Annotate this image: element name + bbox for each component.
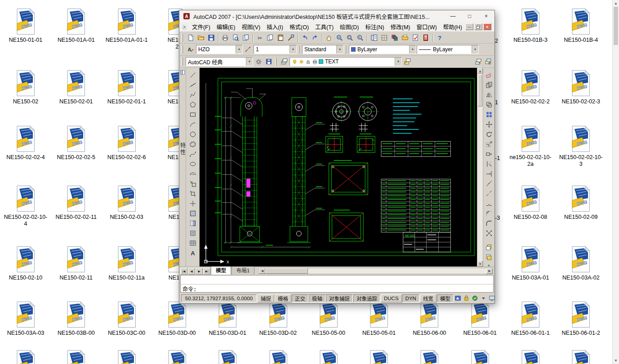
tool-palettes-button[interactable] (390, 33, 400, 43)
tab-first-button[interactable]: |◀ (180, 268, 187, 275)
region-button[interactable] (187, 228, 198, 238)
plot-button[interactable] (220, 33, 230, 43)
scroll-up-icon[interactable]: ▲ (613, 0, 619, 7)
dwg-file-icon[interactable]: DWG (255, 350, 302, 364)
command-line-window[interactable]: 命令: (180, 275, 494, 293)
dwg-file-icon[interactable]: DWGNE150-02 (2, 70, 49, 105)
menu-insert[interactable]: 插入(I) (263, 22, 286, 32)
menu-modify[interactable]: 修改(M) (387, 22, 414, 32)
dwg-file-icon[interactable]: DWGNE150-06-01-1 (507, 301, 554, 337)
fillet-button[interactable] (484, 218, 494, 228)
toolbar-grip[interactable] (182, 45, 183, 53)
scroll-down-icon[interactable]: ▼ (477, 261, 483, 266)
command-prompt[interactable]: 命令: (181, 284, 493, 292)
circle-button[interactable] (187, 129, 198, 139)
dwg-file-icon[interactable]: DWGNE150-06-00 (406, 301, 453, 337)
desktop-scroll-thumb[interactable] (614, 7, 618, 45)
copy-button[interactable] (265, 33, 275, 43)
mdi-restore-button[interactable] (474, 23, 482, 30)
scroll-down-icon[interactable]: ▼ (613, 357, 619, 364)
desktop-scrollbar[interactable]: ▲ ▼ (612, 0, 619, 364)
dwg-file-icon[interactable]: DWGNE150-03B-00 (53, 301, 99, 337)
status-otrack-button[interactable]: 对象追踪 (353, 294, 380, 302)
make-object-layer-current-button[interactable] (473, 57, 483, 67)
save-button[interactable] (206, 33, 216, 43)
linetype-combo[interactable]: ByLayer ▼ (417, 45, 479, 54)
layer-states-button[interactable] (483, 57, 493, 67)
plot-preview-button[interactable] (231, 33, 240, 43)
chamfer-button[interactable] (484, 209, 494, 218)
dwg-file-icon[interactable]: DWGNE150-02-02-6 (103, 125, 150, 161)
qnew-button[interactable] (186, 33, 196, 43)
save-workspace-button[interactable] (264, 57, 274, 67)
chevron-down-icon[interactable]: ▼ (472, 45, 478, 53)
menu-edit[interactable]: 编辑(E) (214, 22, 239, 32)
dwg-file-icon[interactable]: DWG (2, 350, 49, 364)
multiline-text-button[interactable]: A (187, 248, 198, 258)
dwg-file-icon[interactable]: DWGNE150-05-00 (305, 301, 352, 337)
status-model-button[interactable]: 模型 (437, 294, 454, 302)
toolbar-grip[interactable] (182, 34, 183, 42)
arc-button[interactable] (187, 120, 198, 129)
ellipse-button[interactable] (187, 159, 198, 169)
horizontal-scroll-thumb[interactable] (265, 268, 308, 274)
dwg-file-icon[interactable]: DWGNE150-02-03 (103, 185, 150, 221)
canvas-horizontal-scrollbar[interactable]: ◀ ▶ (258, 268, 493, 274)
coordinate-display[interactable]: 50.3212, 17927.8155, 0.0000 (181, 294, 257, 302)
layer-properties-button[interactable] (279, 57, 289, 67)
stretch-button[interactable] (484, 149, 494, 159)
dwg-file-icon[interactable]: DWG (154, 350, 200, 364)
dwg-file-icon[interactable]: DWGNE150-01B-4 (557, 8, 604, 44)
sheetset-manager-button[interactable] (400, 33, 410, 43)
dwg-file-icon[interactable]: DWG (204, 350, 251, 364)
match-properties-button[interactable] (286, 33, 296, 43)
status-osnap-button[interactable]: 对象捕捉 (326, 294, 353, 302)
copy-object-button[interactable] (484, 80, 494, 90)
menu-help[interactable]: 帮助(H) (440, 22, 465, 32)
color-combo[interactable]: ByLayer ▼ (349, 45, 416, 54)
dwg-file-icon[interactable]: DWG (557, 350, 604, 364)
properties-button[interactable] (369, 33, 379, 43)
break-button[interactable] (484, 189, 494, 199)
menu-file[interactable]: 文件(F) (189, 22, 214, 32)
canvas-vertical-scrollbar[interactable]: ▲ ▼ (477, 68, 483, 266)
drawing-canvas[interactable]: X NE150 (200, 68, 477, 266)
dwg-file-icon[interactable]: DWGNE150-02-11a (103, 246, 150, 281)
revision-cloud-button[interactable] (187, 139, 198, 149)
rotate-button[interactable] (484, 129, 494, 139)
tray-arrow-icon[interactable] (480, 295, 487, 302)
join-button[interactable] (484, 199, 494, 209)
spline-button[interactable] (187, 149, 198, 159)
mirror-button[interactable] (484, 90, 494, 100)
workspace-combo[interactable]: AutoCAD 经典 ▼ (186, 57, 253, 66)
status-ortho-button[interactable]: 正交 (292, 294, 308, 302)
gradient-button[interactable] (187, 218, 198, 228)
table-style-combo[interactable]: Standard ▼ (302, 45, 343, 54)
ellipse-arc-button[interactable] (187, 169, 198, 179)
vertical-scroll-thumb[interactable] (478, 74, 482, 107)
window-titlebar[interactable]: A AutoCAD 2007 - [C:\Users\Administrator… (179, 10, 494, 22)
scroll-up-icon[interactable]: ▲ (477, 68, 483, 74)
dwg-file-icon[interactable]: DWGNE150-02-01-1 (103, 70, 150, 105)
dwg-file-icon[interactable]: DWGNE150-03C-00 (103, 301, 150, 337)
zoom-window-button[interactable] (345, 33, 355, 43)
dwg-file-icon[interactable]: DWGNE150-05-01 (356, 301, 402, 337)
dwg-file-icon[interactable]: DWGNE150-06-01 (457, 301, 503, 337)
command-history[interactable] (181, 275, 493, 284)
annotation-scale-icon[interactable] (454, 295, 462, 302)
scroll-right-icon[interactable]: ▶ (486, 268, 493, 274)
publish-button[interactable] (241, 33, 251, 43)
construction-line-button[interactable] (187, 80, 198, 90)
status-ducs-button[interactable]: DUCS (381, 294, 402, 302)
dwg-file-icon[interactable]: DWGNE150-02-09 (557, 185, 604, 221)
dwg-file-icon[interactable]: DWGNE150-03D-02 (255, 301, 302, 337)
polyline-button[interactable] (187, 90, 198, 100)
dim-style-combo[interactable]: 1 ▼ (254, 45, 297, 54)
mdi-minimize-button[interactable]: — (465, 23, 473, 30)
dwg-file-icon[interactable]: DWGNE150-02-01 (53, 70, 99, 105)
table-button[interactable] (187, 238, 198, 248)
toolbar-grip[interactable] (298, 45, 299, 53)
redo-button[interactable] (310, 33, 320, 43)
move-button[interactable] (484, 120, 494, 129)
erase-button[interactable] (484, 70, 494, 80)
